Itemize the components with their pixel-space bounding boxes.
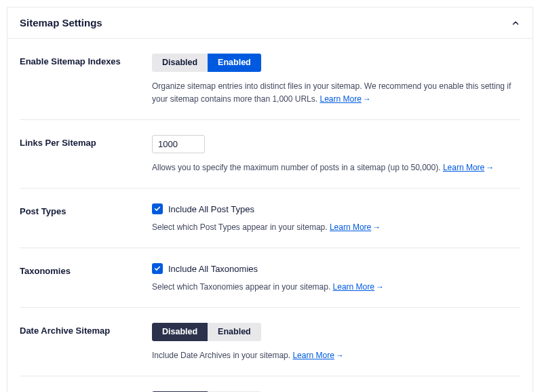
toggle-disabled-button[interactable]: Disabled [152,54,208,72]
help-text: Include Date Archives in your sitemap. L… [152,349,520,362]
help-text: Organize sitemap entries into distinct f… [152,80,520,106]
help-text: Allows you to specify the maximum number… [152,161,520,174]
learn-more-link[interactable]: Learn More [320,94,361,104]
arrow-right-icon: → [336,351,344,360]
learn-more-link[interactable]: Learn More [330,222,371,232]
row-date-archive-sitemap: Date Archive Sitemap Disabled Enabled In… [20,308,520,376]
links-per-sitemap-input[interactable] [152,135,205,153]
help-text: Select which Taxonomies appear in your s… [152,281,520,294]
row-post-types: Post Types Include All Post Types Select… [20,189,520,248]
row-label: Date Archive Sitemap [20,323,152,336]
arrow-right-icon: → [372,222,381,232]
card-title: Sitemap Settings [20,17,102,28]
row-content: Include All Taxonomies Select which Taxo… [152,263,520,294]
chevron-up-icon [511,18,520,28]
card-header[interactable]: Sitemap Settings [7,7,533,39]
sitemap-settings-card: Sitemap Settings Enable Sitemap Indexes … [7,7,533,392]
checkbox-label: Include All Post Types [168,204,254,214]
include-all-taxonomies-checkbox[interactable] [152,263,163,274]
row-content: Allows you to specify the maximum number… [152,135,520,174]
checkbox-row: Include All Post Types [152,203,520,214]
toggle-group: Disabled Enabled [152,54,261,72]
checkbox-row: Include All Taxonomies [152,263,520,274]
toggle-disabled-button[interactable]: Disabled [152,323,208,341]
row-label: Post Types [20,203,152,216]
row-author-sitemap: Author Sitemap Disabled Enabled Include … [20,376,520,392]
toggle-enabled-button[interactable]: Enabled [208,323,261,341]
row-links-per-sitemap: Links Per Sitemap Allows you to specify … [20,120,520,189]
row-label: Taxonomies [20,263,152,276]
help-text: Select which Post Types appear in your s… [152,221,520,234]
toggle-enabled-button[interactable]: Enabled [208,54,261,72]
arrow-right-icon: → [486,163,494,172]
toggle-group: Disabled Enabled [152,323,261,341]
row-content: Disabled Enabled Organize sitemap entrie… [152,54,520,106]
row-taxonomies: Taxonomies Include All Taxonomies Select… [20,248,520,308]
row-content: Disabled Enabled Include Date Archives i… [152,323,520,362]
card-body: Enable Sitemap Indexes Disabled Enabled … [7,39,533,392]
help-text-content: Select which Taxonomies appear in your s… [152,282,333,292]
help-text-content: Allows you to specify the maximum number… [152,163,443,172]
learn-more-link[interactable]: Learn More [443,163,484,172]
checkbox-label: Include All Taxonomies [168,264,258,274]
learn-more-link[interactable]: Learn More [333,282,374,292]
arrow-right-icon: → [363,94,371,104]
row-content: Include All Post Types Select which Post… [152,203,520,234]
row-label: Enable Sitemap Indexes [20,54,152,66]
help-text-content: Select which Post Types appear in your s… [152,222,330,232]
row-enable-sitemap-indexes: Enable Sitemap Indexes Disabled Enabled … [20,39,520,120]
learn-more-link[interactable]: Learn More [292,351,334,360]
include-all-post-types-checkbox[interactable] [152,203,163,214]
row-label: Links Per Sitemap [20,135,152,148]
help-text-content: Include Date Archives in your sitemap. [152,351,292,360]
arrow-right-icon: → [376,282,384,292]
